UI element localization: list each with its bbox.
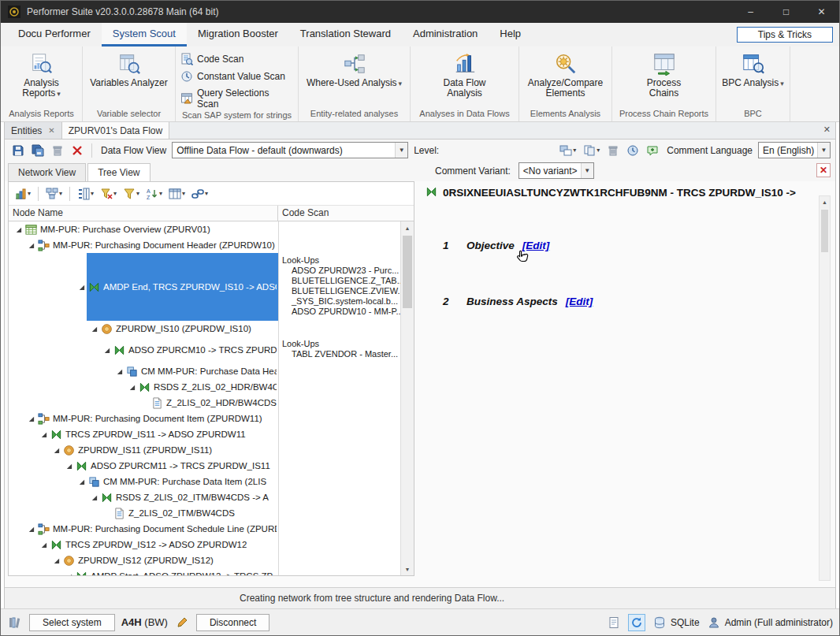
minimize-button[interactable]: – xyxy=(733,1,768,23)
tab-migration-booster[interactable]: Migration Booster xyxy=(187,23,289,46)
tree-expander-icon[interactable] xyxy=(127,384,137,391)
tab-translation-steward[interactable]: Translation Steward xyxy=(289,23,402,46)
save-button[interactable] xyxy=(9,142,27,158)
close-button[interactable]: ✕ xyxy=(804,1,839,23)
tree-expander-icon[interactable] xyxy=(26,242,36,249)
scroll-up-icon[interactable]: ▲ xyxy=(401,221,414,234)
tree-expander-icon[interactable] xyxy=(26,526,36,533)
where-used-analysis-button[interactable]: Where-Used Analysis▾ xyxy=(303,50,405,91)
column-header-node-name[interactable]: Node Name xyxy=(9,206,278,221)
tree-row[interactable]: AMDP Start, ADSO ZPURDW12 -> TRCS ZP xyxy=(9,568,414,575)
add-comment-button[interactable] xyxy=(644,142,661,158)
filter-button[interactable]: ▾ xyxy=(121,187,142,201)
tree-row[interactable]: Z_2LIS_02_ITM/BW4CDS xyxy=(9,505,414,521)
tree-expander-icon[interactable] xyxy=(26,415,36,422)
code-scan-button[interactable]: Code Scan xyxy=(180,53,243,65)
tree-expander-icon[interactable] xyxy=(89,325,99,333)
tab-help[interactable]: Help xyxy=(489,23,532,46)
tree-expander-icon[interactable] xyxy=(64,573,74,576)
tree-row[interactable]: CM MM-PUR: Purchase Data Header (2L xyxy=(9,363,414,379)
tree-row[interactable]: MM-PUR: Purchasing Document Schedule Lin… xyxy=(9,521,414,537)
maximize-button[interactable]: □ xyxy=(768,1,804,23)
tree-row[interactable]: ADSO ZPURCM11 -> TRCS ZPURDW_IS11 xyxy=(9,458,414,474)
scroll-up-icon[interactable]: ▲ xyxy=(820,196,830,208)
clone-view-button[interactable]: ▾ xyxy=(581,143,602,158)
chart-select-button[interactable]: ▾ xyxy=(12,187,33,201)
tree-expander-icon[interactable] xyxy=(102,347,112,354)
analyze-compare-elements-button[interactable]: Analyze/Compare Elements xyxy=(521,50,610,101)
database-indicator[interactable]: SQLite xyxy=(652,615,700,630)
layout-select-button[interactable]: ▾ xyxy=(557,143,578,158)
documentation-scrollbar[interactable]: ▲ xyxy=(819,195,831,581)
remove-dataflow-button[interactable] xyxy=(69,142,86,158)
tab-entities[interactable]: Entities✕ xyxy=(5,122,62,139)
disconnect-button[interactable]: Disconnect xyxy=(196,614,269,631)
variables-analyzer-button[interactable]: Variables Analyzer xyxy=(87,50,171,91)
tree-scrollbar[interactable]: ▲ ▼ xyxy=(400,221,414,575)
tab-administration[interactable]: Administration xyxy=(402,23,489,46)
report-icon[interactable] xyxy=(606,615,622,630)
column-select-button[interactable]: ▾ xyxy=(166,187,188,201)
close-icon[interactable]: ✕ xyxy=(48,126,54,135)
tree-expander-icon[interactable] xyxy=(51,447,61,454)
history-button[interactable] xyxy=(624,142,641,158)
tree-row[interactable]: TRCS ZPURDW_IS12 -> ADSO ZPURDW12 xyxy=(9,537,414,552)
scrollbar-thumb[interactable] xyxy=(403,236,412,308)
sort-button[interactable]: AZ▾ xyxy=(143,187,165,201)
query-selections-scan-button[interactable]: Query Selections Scan xyxy=(180,87,293,110)
select-system-button[interactable]: Select system xyxy=(29,614,115,631)
edit-business-aspects-link[interactable]: [Edit] xyxy=(566,296,593,307)
link-mode-button[interactable]: ▾ xyxy=(189,187,210,201)
tree-expander-icon[interactable] xyxy=(89,494,99,501)
tree-row[interactable]: RSDS Z_2LIS_02_HDR/BW4CDS -> A xyxy=(9,379,414,395)
layout-mode-button[interactable]: ▾ xyxy=(43,187,65,201)
tab-docu-performer[interactable]: Docu Performer xyxy=(7,23,102,46)
tree-row[interactable]: MM-PUR: Purchasing Document Item (ZPURDW… xyxy=(9,411,414,426)
constant-value-scan-button[interactable]: Constant Value Scan xyxy=(180,70,285,83)
close-icon[interactable]: ✕ xyxy=(823,125,831,135)
bpc-analysis-button[interactable]: BPC Analysis▾ xyxy=(719,50,787,91)
tab-network-view[interactable]: Network View xyxy=(8,163,86,181)
process-chains-button[interactable]: Process Chains xyxy=(637,50,692,101)
tree-expander-icon[interactable] xyxy=(114,368,125,375)
tree-expander-icon[interactable] xyxy=(13,226,24,233)
tree-row[interactable]: ZPURDW_IS11 (ZPURDW_IS11) xyxy=(9,442,414,458)
delete-comment-button[interactable] xyxy=(604,142,622,158)
data-flow-view-select[interactable]: Offline Data Flow - default (downwards) … xyxy=(172,142,408,158)
tree-columns-button[interactable]: ▾ xyxy=(75,187,96,201)
tree-row[interactable]: ADSO ZPURCM10 -> TRCS ZPURDW_IS10Look-Up… xyxy=(9,337,414,363)
tree-row[interactable]: ZPURDW_IS10 (ZPURDW_IS10) xyxy=(9,321,414,337)
analysis-reports-button[interactable]: Analysis Reports▾ xyxy=(2,50,80,102)
tree-expander-icon[interactable] xyxy=(64,463,74,470)
close-documentation-button[interactable]: ✕ xyxy=(816,163,831,177)
user-indicator[interactable]: Admin (Full administrator) xyxy=(706,615,833,630)
tree-expander-icon[interactable] xyxy=(76,478,87,485)
comment-language-select[interactable]: En (English) ▼ xyxy=(758,142,831,158)
clear-filter-button[interactable]: ▾ xyxy=(98,187,119,201)
tree-row[interactable]: RSDS Z_2LIS_02_ITM/BW4CDS -> A xyxy=(9,489,414,505)
save-all-button[interactable] xyxy=(29,142,46,158)
data-flow-analysis-button[interactable]: Data Flow Analysis xyxy=(437,50,492,101)
tree-row[interactable]: CM MM-PUR: Purchase Data Item (2LIS xyxy=(9,474,414,489)
tab-tree-view[interactable]: Tree View xyxy=(87,163,150,181)
tree-expander-icon[interactable] xyxy=(76,284,87,291)
refresh-button[interactable] xyxy=(628,614,645,631)
comment-variant-select[interactable]: <No variant> ▼ xyxy=(518,162,594,179)
tips-and-tricks-button[interactable]: Tips & Tricks xyxy=(737,27,833,43)
tree-row[interactable]: AMDP End, TRCS ZPURDW_IS10 -> ADSO ZPURD… xyxy=(9,253,414,321)
scroll-down-icon[interactable]: ▼ xyxy=(401,563,414,575)
tree-row[interactable]: ZPURDW_IS12 (ZPURDW_IS12) xyxy=(9,552,414,568)
tree-row[interactable]: TRCS ZPURDW_IS11 -> ADSO ZPURDW11 xyxy=(9,426,414,442)
tab-zpurv01-data-flow[interactable]: ZPURV01's Data Flow xyxy=(62,122,169,139)
tree-row[interactable]: MM-PUR: Purchase Overview (ZPURV01) xyxy=(9,221,414,237)
tab-system-scout[interactable]: System Scout xyxy=(102,23,187,46)
tree-row[interactable]: Z_2LIS_02_HDR/BW4CDS xyxy=(9,395,414,411)
tree-row[interactable]: MM-PUR: Purchasing Document Header (ZPUR… xyxy=(9,237,414,253)
scrollbar-thumb[interactable] xyxy=(821,210,828,252)
column-header-code-scan[interactable]: Code Scan xyxy=(278,206,414,221)
tree-expander-icon[interactable] xyxy=(39,431,49,438)
tree-expander-icon[interactable] xyxy=(39,541,49,549)
delete-button[interactable] xyxy=(49,142,66,158)
edit-pen-icon[interactable] xyxy=(174,615,190,630)
tree-expander-icon[interactable] xyxy=(51,557,61,564)
